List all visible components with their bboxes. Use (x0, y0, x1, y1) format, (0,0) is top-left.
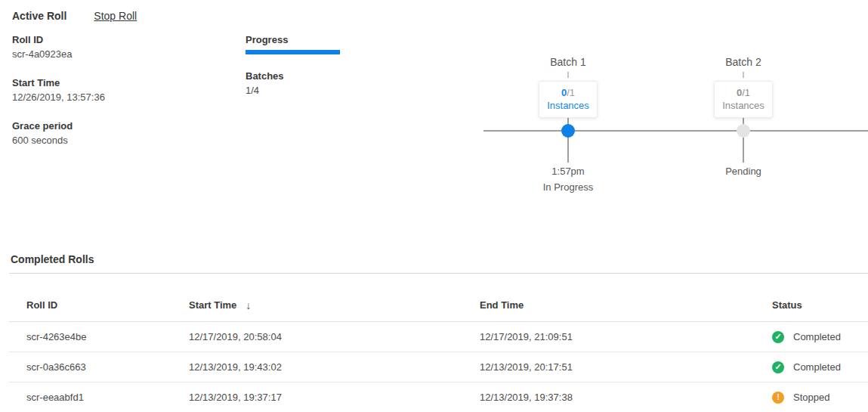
completed-rolls-title: Completed Rolls (11, 248, 868, 266)
table-row[interactable]: scr-eeaabfd1 12/13/2019, 19:37:17 12/13/… (9, 383, 868, 412)
stop-roll-link[interactable]: Stop Roll (94, 10, 137, 22)
batches-value: 1/4 (246, 85, 340, 96)
active-roll-details: Roll ID scr-4a0923ea Start Time 12/26/20… (12, 35, 105, 164)
cell-roll-id: scr-4263e4be (26, 331, 189, 342)
field-label: Start Time (12, 78, 105, 88)
batch-status-label: In Progress (543, 181, 593, 194)
completed-rolls-section: Completed Rolls Roll ID Start Time ↓ End… (0, 248, 868, 412)
batch-time-label: 1:57pm (551, 166, 584, 178)
batch-status-label: Pending (725, 166, 761, 178)
cell-start-time: 12/17/2019, 20:58:04 (189, 331, 480, 342)
cell-roll-id: scr-0a36c663 (26, 361, 189, 373)
batch-instances-label: Instances (542, 99, 594, 112)
batch-name: Batch 1 (550, 56, 585, 69)
batch-timeline: Batch 1 0/1 Instances 1:57pm In Progress… (483, 45, 868, 204)
batch-status-dot (737, 124, 750, 138)
status-text: Completed (793, 361, 841, 373)
check-circle-icon: ✓ (772, 361, 784, 373)
status-text: Completed (793, 331, 841, 342)
cell-roll-id: scr-eeaabfd1 (26, 392, 189, 403)
field-value: scr-4a0923ea (12, 49, 105, 60)
timeline-batch-1: Batch 1 0/1 Instances 1:57pm In Progress (523, 45, 613, 194)
active-roll-header: Active Roll Stop Roll (12, 10, 137, 22)
progress-column: Progress Batches 1/4 (246, 35, 340, 96)
cell-status: ✓ Completed (772, 331, 868, 343)
cell-start-time: 12/13/2019, 19:43:02 (189, 361, 480, 373)
field-start-time: Start Time 12/26/2019, 13:57:36 (12, 78, 105, 103)
status-text: Stopped (793, 392, 829, 403)
table-row[interactable]: scr-0a36c663 12/13/2019, 19:43:02 12/13/… (9, 352, 868, 383)
timeline-batch-2: Batch 2 0/1 Instances Pending (698, 45, 789, 181)
table-header-row: Roll ID Start Time ↓ End Time Status (9, 274, 868, 322)
column-header-status: Status (772, 299, 868, 321)
sort-descending-icon: ↓ (246, 299, 251, 311)
column-header-start-time[interactable]: Start Time ↓ (189, 299, 480, 321)
field-label: Grace period (12, 121, 105, 132)
batch-name: Batch 2 (725, 56, 761, 69)
column-header-roll-id: Roll ID (26, 299, 189, 321)
cell-start-time: 12/13/2019, 19:37:17 (189, 392, 480, 403)
rolls-dashboard: Active Roll Stop Roll Roll ID scr-4a0923… (0, 0, 868, 412)
active-roll-title: Active Roll (12, 10, 66, 22)
batch-status-dot (561, 124, 575, 138)
field-value: 600 seconds (12, 135, 105, 146)
batch-tick (743, 72, 744, 78)
batch-instances-label: Instances (718, 99, 769, 112)
field-roll-id: Roll ID scr-4a0923ea (12, 35, 105, 60)
progress-bar (246, 50, 340, 54)
cell-end-time: 12/17/2019, 21:09:51 (480, 331, 772, 342)
cell-end-time: 12/13/2019, 19:37:38 (480, 392, 772, 403)
batch-instance-count: 0/1 (718, 87, 769, 98)
field-label: Roll ID (12, 35, 105, 45)
cell-end-time: 12/13/2019, 20:17:51 (480, 361, 772, 373)
column-header-end-time: End Time (480, 299, 772, 321)
batches-label: Batches (246, 71, 340, 82)
progress-label: Progress (246, 35, 340, 45)
check-circle-icon: ✓ (772, 331, 784, 343)
field-value: 12/26/2019, 13:57:36 (12, 92, 105, 103)
progress-bar-fill (246, 50, 340, 54)
cell-status: ! Stopped (772, 392, 868, 404)
batch-instances-card[interactable]: 0/1 Instances (714, 81, 773, 118)
batch-instances-card[interactable]: 0/1 Instances (539, 81, 598, 118)
batch-instance-count: 0/1 (542, 87, 594, 98)
batch-tick (567, 72, 569, 78)
column-header-label: Start Time (189, 299, 236, 311)
cell-status: ✓ Completed (772, 361, 868, 373)
exclamation-circle-icon: ! (772, 392, 784, 404)
field-grace-period: Grace period 600 seconds (12, 121, 105, 146)
table-row[interactable]: scr-4263e4be 12/17/2019, 20:58:04 12/17/… (9, 322, 868, 352)
completed-rolls-table: Roll ID Start Time ↓ End Time Status scr… (9, 274, 868, 412)
